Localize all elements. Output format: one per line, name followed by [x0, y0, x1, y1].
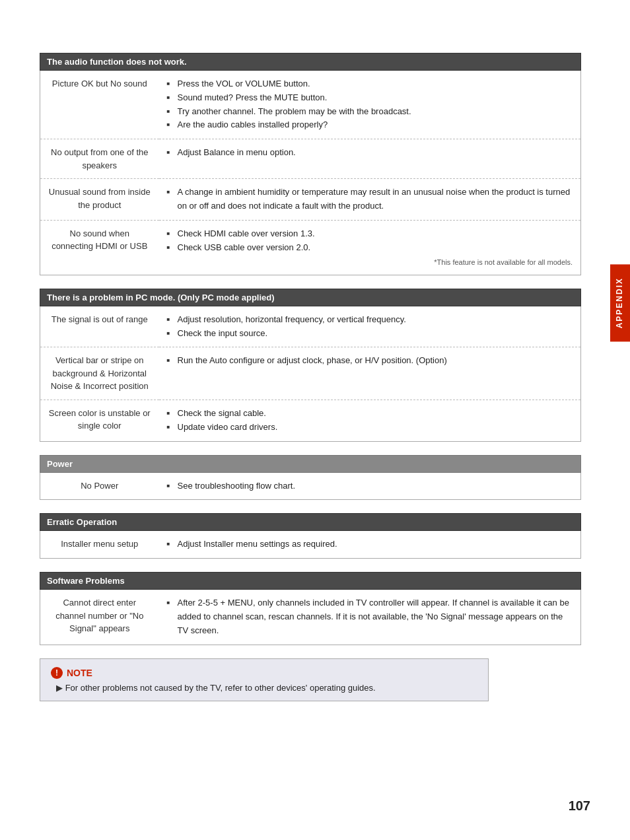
table-software: Cannot direct enter channel number or "N…: [40, 590, 581, 645]
solution-cell: Adjust Balance in menu option.: [159, 139, 581, 179]
page-number: 107: [569, 798, 590, 814]
section-header-software: Software Problems: [40, 572, 581, 590]
section-pc: There is a problem in PC mode. (Only PC …: [40, 289, 581, 442]
table-row: Vertical bar or stripe on background & H…: [40, 347, 581, 400]
bullet-item: See troubleshooting flow chart.: [167, 479, 573, 493]
issue-cell: Screen color is unstable or single color: [40, 400, 159, 441]
bullet-item: Are the audio cables installed properly?: [167, 118, 573, 132]
table-row: No output from one of the speakers Adjus…: [40, 139, 581, 179]
bullet-item: Update video card drivers.: [167, 421, 573, 435]
small-note: *This feature is not available for all m…: [167, 257, 573, 268]
solution-cell: Adjust Installer menu settings as requir…: [159, 531, 581, 558]
table-row: Installer menu setup Adjust Installer me…: [40, 531, 581, 558]
issue-cell: The signal is out of range: [40, 306, 159, 347]
section-software: Software Problems Cannot direct enter ch…: [40, 572, 581, 645]
bullet-item: A change in ambient humidity or temperat…: [167, 186, 573, 213]
section-audio: The audio function does not work. Pictur…: [40, 53, 581, 275]
issue-cell: Picture OK but No sound: [40, 71, 159, 139]
note-title: ! NOTE: [51, 667, 477, 679]
issue-cell: No output from one of the speakers: [40, 139, 159, 179]
bullet-item: Check the signal cable.: [167, 407, 573, 421]
issue-cell: Installer menu setup: [40, 531, 159, 558]
note-text: For other problems not caused by the TV,…: [51, 683, 477, 693]
bullet-item: Check the input source.: [167, 327, 573, 341]
table-power: No Power See troubleshooting flow chart.: [40, 473, 581, 501]
section-header-pc: There is a problem in PC mode. (Only PC …: [40, 289, 581, 306]
table-audio: Picture OK but No sound Press the VOL or…: [40, 71, 581, 275]
bullet-item: Adjust resolution, horizontal frequency,…: [167, 313, 573, 327]
section-erratic: Erratic Operation Installer menu setup A…: [40, 513, 581, 559]
bullet-item: Adjust Balance in menu option.: [167, 146, 573, 160]
bullet-item: Check USB cable over version 2.0.: [167, 241, 573, 255]
issue-cell: Vertical bar or stripe on background & H…: [40, 347, 159, 400]
table-row: No Power See troubleshooting flow chart.: [40, 473, 581, 500]
note-title-text: NOTE: [67, 668, 92, 678]
issue-cell: No sound when connecting HDMI or USB: [40, 220, 159, 275]
solution-cell: After 2-5-5 + MENU, only channels includ…: [159, 590, 581, 645]
table-row: Unusual sound from inside the product A …: [40, 179, 581, 221]
solution-cell: Run the Auto configure or adjust clock, …: [159, 347, 581, 400]
solution-cell: Press the VOL or VOLUME button. Sound mu…: [159, 71, 581, 139]
solution-cell: See troubleshooting flow chart.: [159, 473, 581, 500]
table-pc: The signal is out of range Adjust resolu…: [40, 306, 581, 442]
solution-cell: Check the signal cable. Update video car…: [159, 400, 581, 441]
issue-cell: No Power: [40, 473, 159, 500]
issue-cell: Cannot direct enter channel number or "N…: [40, 590, 159, 645]
bullet-item: After 2-5-5 + MENU, only channels includ…: [167, 596, 573, 637]
note-box: ! NOTE For other problems not caused by …: [40, 658, 489, 701]
table-row: No sound when connecting HDMI or USB Che…: [40, 220, 581, 275]
table-erratic: Installer menu setup Adjust Installer me…: [40, 531, 581, 559]
solution-cell: Check HDMI cable over version 1.3. Check…: [159, 220, 581, 275]
table-row: Screen color is unstable or single color…: [40, 400, 581, 441]
issue-cell: Unusual sound from inside the product: [40, 179, 159, 221]
note-icon: !: [51, 667, 63, 679]
table-row: Picture OK but No sound Press the VOL or…: [40, 71, 581, 139]
section-header-erratic: Erratic Operation: [40, 513, 581, 531]
section-power: Power No Power See troubleshooting flow …: [40, 455, 581, 501]
bullet-item: Press the VOL or VOLUME button.: [167, 77, 573, 91]
solution-cell: Adjust resolution, horizontal frequency,…: [159, 306, 581, 347]
section-header-power: Power: [40, 455, 581, 473]
bullet-item: Check HDMI cable over version 1.3.: [167, 227, 573, 241]
main-content: The audio function does not work. Pictur…: [40, 53, 581, 701]
bullet-item: Adjust Installer menu settings as requir…: [167, 538, 573, 551]
table-row: The signal is out of range Adjust resolu…: [40, 306, 581, 347]
bullet-item: Try another channel. The problem may be …: [167, 105, 573, 119]
section-header-audio: The audio function does not work.: [40, 53, 581, 71]
bullet-item: Sound muted? Press the MUTE button.: [167, 91, 573, 105]
table-row: Cannot direct enter channel number or "N…: [40, 590, 581, 645]
solution-cell: A change in ambient humidity or temperat…: [159, 179, 581, 221]
appendix-sidebar: APPENDIX: [610, 264, 630, 341]
bullet-item: Run the Auto configure or adjust clock, …: [167, 354, 573, 368]
